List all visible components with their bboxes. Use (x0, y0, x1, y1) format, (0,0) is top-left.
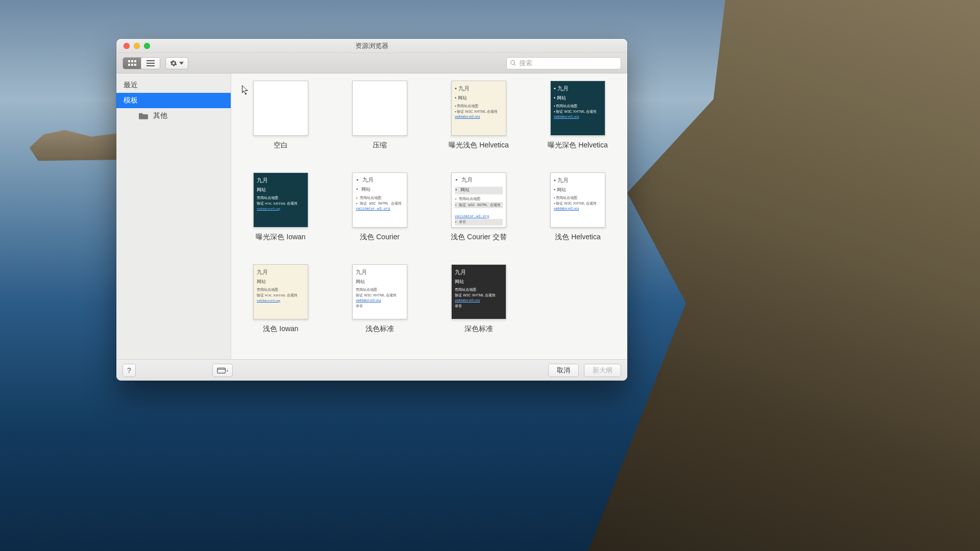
list-view-button[interactable] (141, 58, 160, 69)
template-label: 曝光浅色 Helvetica (449, 141, 508, 150)
folder-icon (139, 112, 148, 119)
svg-rect-7 (146, 63, 155, 64)
cancel-button[interactable]: 取消 (548, 364, 579, 377)
svg-text:+: + (226, 368, 228, 373)
sidebar-item-templates[interactable]: 模板 (116, 93, 231, 108)
template-item[interactable]: 九月 网站 查阅站点地图 验证 W3C XHTML 合规性 validator.… (337, 264, 422, 334)
svg-rect-4 (131, 64, 133, 66)
chevron-down-icon (179, 62, 184, 65)
template-thumbnail: 九月 网站 查阅站点地图 验证 W3C XHTML 合规性 validator.… (451, 172, 506, 228)
template-label: 压缩 (373, 141, 387, 150)
template-thumbnail: 九月 网站 查阅站点地图 验证 W3C XHTML 合规性 validator.… (352, 172, 407, 228)
template-item[interactable]: 九月 网站 查阅站点地图 验证 W3C XHTML 合规性 validator.… (535, 81, 620, 150)
template-thumbnail: 九月 网站 查阅站点地图 验证 W3C XHTML 合规性 validator.… (550, 172, 605, 228)
list-icon (146, 60, 155, 66)
grid-view-button[interactable] (123, 58, 141, 69)
template-thumbnail (352, 81, 407, 136)
template-item[interactable]: 压缩 (337, 81, 422, 150)
gear-icon (170, 60, 177, 67)
template-label: 浅色 Courier 交替 (451, 233, 507, 242)
template-grid: 空白 压缩 九月 网站 查阅站点地图 验证 W3C XHTML 合规性 vali… (231, 73, 627, 359)
template-thumbnail: 九月 网站 查阅站点地图 验证 W3C XHTML 合规性 validator.… (550, 81, 605, 136)
template-label: 浅色标准 (365, 324, 394, 334)
template-label: 浅色 Iowan (263, 324, 298, 334)
template-item[interactable]: 空白 (238, 81, 323, 150)
sidebar-item-recent[interactable]: 最近 (116, 78, 231, 93)
svg-rect-6 (146, 60, 155, 61)
search-input[interactable] (519, 59, 618, 67)
template-item[interactable]: 九月 网站 查阅站点地图 验证 W3C XHTML 合规性 validator.… (238, 264, 323, 334)
zoom-button[interactable] (144, 43, 150, 49)
grid-icon (128, 60, 136, 66)
action-menu-button[interactable] (165, 57, 188, 69)
template-thumbnail: 九月 网站 查阅站点地图 验证 W3C XHTML 合规性 validator.… (253, 172, 308, 228)
svg-rect-1 (131, 60, 133, 62)
titlebar[interactable]: 资源浏览器 (116, 39, 627, 53)
svg-rect-8 (146, 65, 155, 66)
sidebar: 最近 模板 其他 (116, 73, 231, 359)
add-folder-button[interactable]: + (212, 364, 233, 377)
resource-browser-window: 资源浏览器 最近 模板 其他 (116, 39, 627, 381)
svg-rect-5 (134, 64, 136, 66)
template-item[interactable]: 九月 网站 查阅站点地图 验证 W3C XHTML 合规性 validator.… (238, 172, 323, 242)
sidebar-item-other[interactable]: 其他 (116, 108, 231, 123)
search-icon (510, 60, 517, 66)
window-controls (116, 43, 150, 49)
template-item[interactable]: 九月 网站 查阅站点地图 验证 W3C XHTML 合规性 validator.… (436, 264, 521, 334)
minimize-button[interactable] (134, 43, 140, 49)
template-label: 深色标准 (464, 324, 493, 334)
footer: ? + 取消 新大纲 (116, 359, 627, 381)
toolbar (116, 53, 627, 73)
view-mode-segmented (122, 57, 160, 69)
template-thumbnail (253, 81, 308, 136)
template-thumbnail: 九月 网站 查阅站点地图 验证 W3C XHTML 合规性 validator.… (253, 264, 308, 319)
template-thumbnail: 九月 网站 查阅站点地图 验证 W3C XHTML 合规性 validator.… (352, 264, 407, 319)
search-field[interactable] (506, 57, 621, 69)
sidebar-item-label: 其他 (153, 111, 167, 120)
template-item[interactable]: 九月 网站 查阅站点地图 验证 W3C XHTML 合规性 validator.… (337, 172, 422, 242)
new-outline-button[interactable]: 新大纲 (584, 364, 621, 377)
template-label: 曝光深色 Iowan (256, 233, 305, 242)
svg-rect-9 (217, 368, 226, 373)
svg-rect-2 (134, 60, 136, 62)
template-item[interactable]: 九月 网站 查阅站点地图 验证 W3C XHTML 合规性 validator.… (535, 172, 620, 242)
help-button[interactable]: ? (122, 364, 136, 377)
template-thumbnail: 九月 网站 查阅站点地图 验证 W3C XHTML 合规性 validator.… (451, 264, 506, 319)
close-button[interactable] (124, 43, 130, 49)
svg-rect-3 (128, 64, 130, 66)
window-title: 资源浏览器 (116, 41, 627, 51)
template-item[interactable]: 九月 网站 查阅站点地图 验证 W3C XHTML 合规性 validator.… (436, 172, 521, 242)
template-item[interactable]: 九月 网站 查阅站点地图 验证 W3C XHTML 合规性 validator.… (436, 81, 521, 150)
template-label: 空白 (274, 141, 288, 150)
folder-plus-icon: + (217, 367, 228, 374)
template-label: 浅色 Helvetica (555, 233, 600, 242)
template-thumbnail: 九月 网站 查阅站点地图 验证 W3C XHTML 合规性 validator.… (451, 81, 506, 136)
svg-rect-0 (128, 60, 130, 62)
template-label: 曝光深色 Helvetica (548, 141, 607, 150)
template-label: 浅色 Courier (360, 233, 400, 242)
